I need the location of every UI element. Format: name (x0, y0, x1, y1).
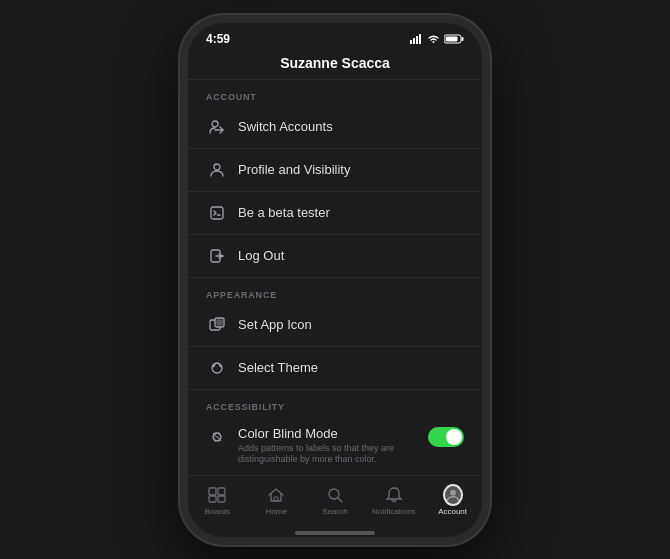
svg-point-17 (213, 365, 215, 367)
section-accessibility-header: ACCESSIBILITY (188, 390, 482, 416)
notifications-tab-label: Notifications (372, 507, 416, 516)
status-time: 4:59 (206, 32, 230, 46)
signal-icon (410, 34, 423, 44)
phone-frame: 4:59 (180, 15, 490, 545)
wifi-icon (427, 34, 440, 44)
search-tab-label: Search (322, 507, 347, 516)
notifications-tab-icon (384, 485, 404, 505)
tab-bar: Boards Home (188, 475, 482, 527)
select-theme-label: Select Theme (238, 360, 464, 375)
svg-rect-33 (218, 488, 225, 495)
set-app-icon-label: Set App Icon (238, 317, 464, 332)
color-blind-toggle[interactable] (428, 427, 464, 447)
menu-item-switch-accounts[interactable]: Switch Accounts (188, 106, 482, 149)
logout-icon (206, 245, 228, 267)
notch (275, 23, 395, 45)
svg-rect-3 (419, 34, 421, 44)
home-tab-label: Home (266, 507, 287, 516)
battery-icon (444, 34, 464, 44)
account-avatar (443, 484, 463, 506)
log-out-label: Log Out (238, 248, 464, 263)
beta-tester-label: Be a beta tester (238, 205, 464, 220)
page-title: Suzanne Scacca (188, 51, 482, 80)
color-blind-label: Color Blind Mode (238, 426, 428, 441)
app-icon-icon (206, 314, 228, 336)
tab-boards[interactable]: Boards (188, 485, 247, 516)
menu-item-profile-visibility[interactable]: Profile and Visibility (188, 149, 482, 192)
svg-point-37 (329, 489, 339, 499)
svg-point-18 (219, 365, 221, 367)
boards-tab-label: Boards (205, 507, 230, 516)
switch-accounts-label: Switch Accounts (238, 119, 464, 134)
section-appearance-header: APPEARANCE (188, 278, 482, 304)
svg-point-8 (214, 164, 220, 170)
menu-item-set-app-icon[interactable]: Set App Icon (188, 304, 482, 347)
svg-rect-32 (209, 488, 216, 495)
color-blind-icon (206, 426, 228, 448)
svg-rect-1 (413, 38, 415, 44)
tab-account[interactable]: Account (423, 485, 482, 516)
phone-screen: 4:59 (188, 23, 482, 537)
account-tab-label: Account (438, 507, 467, 516)
svg-rect-5 (462, 37, 464, 41)
svg-rect-9 (211, 207, 223, 219)
menu-item-log-out[interactable]: Log Out (188, 235, 482, 278)
color-blind-text: Color Blind Mode Adds patterns to labels… (238, 426, 428, 466)
home-tab-icon (266, 485, 286, 505)
tab-notifications[interactable]: Notifications (364, 485, 423, 516)
profile-icon (206, 159, 228, 181)
svg-rect-35 (218, 496, 225, 502)
svg-point-16 (212, 363, 222, 373)
home-indicator (295, 531, 375, 535)
profile-visibility-label: Profile and Visibility (238, 162, 464, 177)
menu-item-beta-tester[interactable]: Be a beta tester (188, 192, 482, 235)
svg-rect-15 (217, 319, 223, 325)
tab-search[interactable]: Search (306, 485, 365, 516)
tab-home[interactable]: Home (247, 485, 306, 516)
menu-item-color-blind[interactable]: Color Blind Mode Adds patterns to labels… (188, 416, 482, 475)
svg-point-7 (212, 121, 218, 127)
menu-item-select-theme[interactable]: Select Theme (188, 347, 482, 390)
svg-rect-6 (446, 36, 458, 41)
boards-tab-icon (207, 485, 227, 505)
switch-accounts-icon (206, 116, 228, 138)
color-blind-desc: Adds patterns to labels so that they are… (238, 443, 428, 466)
search-tab-icon (325, 485, 345, 505)
status-icons (410, 34, 464, 44)
svg-point-39 (450, 489, 456, 495)
svg-rect-2 (416, 36, 418, 44)
svg-rect-34 (209, 496, 216, 502)
content-area[interactable]: ACCOUNT Switch Accounts (188, 80, 482, 475)
theme-icon (206, 357, 228, 379)
svg-rect-0 (410, 40, 412, 44)
beta-icon (206, 202, 228, 224)
account-tab-icon (443, 485, 463, 505)
section-account-header: ACCOUNT (188, 80, 482, 106)
svg-line-38 (338, 498, 342, 502)
